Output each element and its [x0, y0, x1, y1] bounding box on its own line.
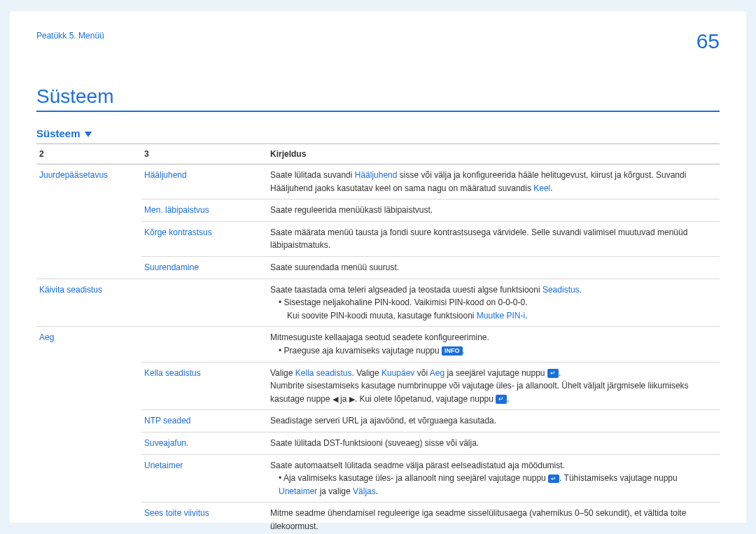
cell-desc: Saate suurendada menüü suurust. — [267, 256, 720, 279]
text: . — [463, 346, 465, 356]
text: Saate lülitada suvandi — [270, 170, 355, 180]
page-number: 65 — [696, 31, 720, 52]
text: või — [414, 368, 429, 378]
cell-desc: Mitmesuguste kellaajaga seotud seadete k… — [267, 327, 720, 362]
text: . — [376, 486, 378, 496]
text: . Kui olete lõpetanud, vajutage nuppu — [355, 394, 496, 404]
cell-level3: Kella seadistus — [141, 362, 267, 410]
inline-link: Hääljuhend — [355, 170, 398, 180]
chapter-label: Peatükk 5. Menüü — [36, 31, 104, 41]
cell-level3: Unetaimer — [141, 454, 267, 503]
text: . — [559, 368, 561, 378]
arrow-right-icon: ▶ — [349, 393, 355, 405]
table-row: Aeg Mitmesuguste kellaajaga seotud seade… — [36, 327, 720, 362]
col-2: 2 — [36, 144, 141, 164]
text: Sisestage neljakohaline PIN-kood. Vaikim… — [284, 297, 528, 307]
text: ja seejärel vajutage nuppu — [444, 368, 547, 378]
cell-level3: NTP seaded — [141, 410, 267, 433]
text: Saate taastada oma teleri algseaded ja t… — [270, 285, 542, 295]
cell-desc: Saate automaatselt lülitada seadme välja… — [267, 454, 720, 503]
table-row: Juurdepääsetavus Hääljuhend Saate lülita… — [36, 164, 720, 199]
cell-desc: Saate taastada oma teleri algseaded ja t… — [267, 279, 720, 327]
cell-desc: Saate reguleerida menüükasti läbipaistvu… — [267, 199, 720, 222]
bullet-item: Praeguse aja kuvamiseks vajutage nuppu I… — [279, 344, 465, 358]
inline-link: Keel — [533, 183, 550, 193]
text: Kui soovite PIN-koodi muuta, kasutage fu… — [287, 311, 477, 321]
cell-desc: Mitme seadme ühendamisel reguleerige iga… — [267, 503, 720, 534]
col-desc: Kirjeldus — [267, 144, 720, 164]
section-subtitle: Süsteem — [36, 127, 720, 139]
cell-level3 — [141, 327, 267, 362]
text: Aja valimiseks kasutage üles- ja allanoo… — [284, 473, 548, 483]
text: Praeguse aja kuvamiseks vajutage nuppu — [284, 346, 442, 356]
text: Saate automaatselt lülitada seadme välja… — [270, 461, 565, 470]
cell-level3: Kõrge kontrastsus — [141, 221, 267, 256]
cell-level2: Käivita seadistus — [36, 279, 141, 327]
text: . — [525, 311, 527, 321]
page: Peatükk 5. Menüü 65 Süsteem Süsteem 2 3 … — [10, 11, 746, 523]
bullet-item: Kui soovite PIN-koodi muuta, kasutage fu… — [287, 309, 528, 323]
cell-level3: Suveajafun. — [141, 432, 267, 454]
text: ja — [338, 394, 349, 404]
bullet-item: Aja valimiseks kasutage üles- ja allanoo… — [279, 472, 717, 498]
info-button-icon: INFO — [442, 346, 463, 356]
enter-button-icon: ↵ — [547, 369, 559, 378]
enter-button-icon: ↵ — [496, 395, 507, 404]
text: ja valige — [317, 486, 353, 496]
inline-link: Seadistus — [542, 285, 580, 295]
inline-link: Aeg — [430, 368, 444, 378]
chevron-down-icon — [85, 132, 92, 137]
text: Valige — [270, 368, 295, 378]
arrow-left-icon: ◀ — [332, 393, 338, 405]
page-title: Süsteem — [36, 85, 720, 112]
inline-link: Kella seadistus — [295, 368, 352, 378]
subtitle-text: Süsteem — [36, 127, 80, 139]
cell-level3 — [141, 279, 267, 327]
table-header-row: 2 3 Kirjeldus — [36, 144, 720, 164]
cell-level3: Suurendamine — [141, 256, 267, 279]
text: . Valige — [352, 368, 382, 378]
settings-table: 2 3 Kirjeldus Juurdepääsetavus Hääljuhen… — [36, 143, 720, 534]
table-row: Käivita seadistus Saate taastada oma tel… — [36, 279, 720, 327]
text: Mitmesuguste kellaajaga seotud seadete k… — [270, 332, 489, 342]
cell-desc: Saate määrata menüü tausta ja fondi suur… — [267, 221, 720, 256]
cell-desc: Valige Kella seadistus. Valige Kuupäev v… — [267, 362, 720, 410]
cell-level3: Men. läbipaistvus — [141, 199, 267, 222]
text: . — [550, 183, 552, 193]
text: . — [507, 394, 509, 404]
bullet-item: Sisestage neljakohaline PIN-kood. Vaikim… — [279, 296, 528, 309]
col-3: 3 — [141, 144, 267, 164]
cell-desc: Saate lülitada DST-funktsiooni (suveaeg)… — [267, 432, 720, 454]
page-header: Peatükk 5. Menüü 65 — [10, 11, 746, 52]
inline-link: Kuupäev — [382, 368, 414, 378]
text: . Tühistamiseks vajutage nuppu — [559, 473, 678, 483]
cell-level3: Sees toite viivitus — [141, 503, 267, 534]
cell-level2: Aeg — [36, 327, 141, 534]
cell-desc: Saate lülitada suvandi Hääljuhend sisse … — [267, 164, 720, 199]
text: . — [580, 285, 582, 295]
inline-link: Väljas — [353, 486, 376, 496]
cell-level2: Juurdepääsetavus — [36, 164, 141, 279]
inline-link: Unetaimer — [279, 486, 317, 496]
cell-level3: Hääljuhend — [141, 164, 267, 199]
enter-button-icon: ↵ — [548, 475, 559, 484]
cell-desc: Seadistage serveri URL ja ajavöönd, et v… — [267, 410, 720, 433]
content: Süsteem Süsteem 2 3 Kirjeldus Juurdepääs… — [10, 85, 746, 534]
inline-link: Muutke PIN-i — [477, 311, 525, 321]
